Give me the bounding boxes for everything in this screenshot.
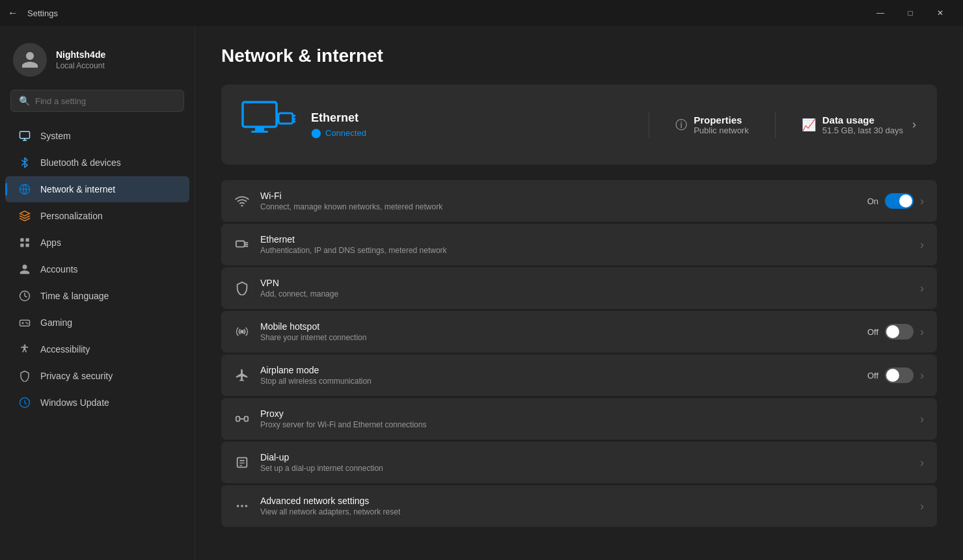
chevron-advanced: › — [920, 500, 924, 513]
svg-rect-4 — [20, 244, 23, 247]
settings-sub-proxy: Proxy server for Wi-Fi and Ethernet conn… — [260, 420, 910, 429]
vpn-icon — [234, 280, 250, 296]
sidebar-item-label: Windows Update — [40, 397, 109, 408]
svg-rect-27 — [236, 241, 245, 247]
settings-sub-hotspot: Share your internet connection — [260, 333, 857, 342]
svg-point-40 — [241, 505, 243, 507]
chevron-hotspot: › — [920, 325, 924, 339]
toggle-airplane[interactable] — [885, 367, 914, 383]
settings-sub-advanced: View all network adapters, network reset — [260, 507, 910, 516]
settings-sub-vpn: Add, connect, manage — [260, 289, 910, 299]
dialup-icon — [234, 455, 250, 470]
props-sub: Public network — [694, 126, 749, 135]
settings-item-airplane[interactable]: Airplane mode Stop all wireless communic… — [221, 354, 937, 396]
proxy-icon — [234, 411, 250, 427]
settings-item-proxy[interactable]: Proxy Proxy server for Wi-Fi and Etherne… — [221, 398, 937, 440]
apps-icon — [18, 236, 31, 249]
settings-item-advanced[interactable]: Advanced network settings View all netwo… — [221, 485, 937, 527]
sidebar-item-label: Personalization — [40, 211, 103, 221]
banner-divider1 — [649, 112, 649, 138]
banner-data-usage[interactable]: 📈 Data usage 51.5 GB, last 30 days › — [802, 114, 919, 135]
data-sub: 51.5 GB, last 30 days — [822, 126, 903, 135]
titlebar-controls: — □ ✕ — [865, 3, 955, 23]
user-icon — [20, 50, 40, 70]
settings-right-hotspot: Off › — [867, 324, 924, 340]
chevron-dialup: › — [920, 456, 924, 470]
ethernet-banner[interactable]: Ethernet ⬤ Connected ⓘ Properties Public… — [221, 85, 937, 165]
sidebar-item-label: Privacy & security — [40, 371, 113, 381]
svg-rect-0 — [20, 131, 30, 139]
search-icon: 🔍 — [19, 96, 30, 106]
props-icon: ⓘ — [675, 117, 687, 133]
data-label: Data usage — [822, 114, 903, 126]
svg-point-39 — [237, 505, 239, 507]
close-button[interactable]: ✕ — [925, 3, 955, 23]
user-profile[interactable]: Nightsh4de Local Account — [0, 33, 195, 90]
sidebar: Nightsh4de Local Account 🔍 System Blueto… — [0, 26, 195, 560]
time-icon — [18, 289, 31, 302]
svg-rect-17 — [278, 113, 293, 124]
props-label: Properties — [694, 114, 749, 126]
banner-properties[interactable]: ⓘ Properties Public network — [675, 114, 749, 135]
settings-item-ethernet[interactable]: Ethernet Authentication, IP and DNS sett… — [221, 224, 937, 265]
system-icon — [18, 129, 31, 142]
ethernet-banner-status: ⬤ Connected — [311, 127, 623, 138]
sidebar-item-gaming[interactable]: Gaming — [5, 310, 189, 336]
svg-rect-14 — [243, 102, 277, 127]
chevron-ethernet: › — [920, 238, 924, 252]
minimize-button[interactable]: — — [865, 3, 895, 23]
settings-item-wifi[interactable]: Wi-Fi Connect, manage known networks, me… — [221, 180, 937, 222]
ethernet-banner-info: Ethernet ⬤ Connected — [311, 111, 623, 138]
sidebar-item-privacy[interactable]: Privacy & security — [5, 363, 189, 389]
settings-item-vpn[interactable]: VPN Add, connect, manage › — [221, 267, 937, 309]
search-input[interactable] — [35, 96, 176, 106]
maximize-button[interactable]: □ — [895, 3, 925, 23]
settings-title-proxy: Proxy — [260, 408, 910, 419]
settings-right-proxy: › — [920, 412, 924, 426]
ethernet-banner-icon — [239, 99, 298, 150]
sidebar-item-apps[interactable]: Apps — [5, 230, 189, 256]
accounts-icon — [18, 263, 31, 276]
settings-right-ethernet: › — [920, 238, 924, 252]
update-icon — [18, 396, 31, 409]
settings-sub-dialup: Set up a dial-up internet connection — [260, 464, 910, 473]
chevron-airplane: › — [920, 369, 924, 382]
svg-rect-33 — [245, 416, 249, 421]
app-container: Nightsh4de Local Account 🔍 System Blueto… — [0, 26, 963, 560]
svg-rect-5 — [26, 244, 29, 247]
sidebar-item-label: Time & language — [40, 291, 109, 301]
avatar — [13, 43, 47, 77]
settings-right-airplane: Off › — [867, 367, 924, 383]
sidebar-item-accounts[interactable]: Accounts — [5, 256, 189, 282]
airplane-icon — [234, 367, 250, 383]
settings-sub-ethernet: Authentication, IP and DNS settings, met… — [260, 246, 910, 255]
settings-title-ethernet: Ethernet — [260, 234, 910, 245]
settings-right-wifi: On › — [867, 193, 924, 209]
toggle-wifi[interactable] — [885, 193, 914, 209]
sidebar-item-system[interactable]: System — [5, 123, 189, 149]
svg-rect-15 — [255, 127, 264, 131]
toggle-hotspot[interactable] — [885, 324, 914, 340]
sidebar-item-personalization[interactable]: Personalization — [5, 203, 189, 229]
hotspot-icon — [234, 324, 250, 340]
svg-rect-2 — [20, 238, 23, 241]
chevron-wifi: › — [920, 194, 924, 208]
sidebar-item-accessibility[interactable]: Accessibility — [5, 336, 189, 362]
back-icon[interactable]: ← — [8, 7, 18, 19]
page-title: Network & internet — [221, 46, 937, 66]
connected-icon: ⬤ — [311, 127, 321, 138]
sidebar-item-network[interactable]: Network & internet — [5, 176, 189, 202]
nav-items: System Bluetooth & devices Network & int… — [0, 123, 195, 416]
search-box[interactable]: 🔍 — [10, 90, 184, 112]
sidebar-item-update[interactable]: Windows Update — [5, 390, 189, 416]
settings-right-advanced: › — [920, 500, 924, 513]
banner-chevron[interactable]: › — [910, 115, 919, 134]
sidebar-item-time[interactable]: Time & language — [5, 283, 189, 309]
settings-item-hotspot[interactable]: Mobile hotspot Share your internet conne… — [221, 311, 937, 353]
settings-item-dialup[interactable]: Dial-up Set up a dial-up internet connec… — [221, 442, 937, 483]
settings-title-advanced: Advanced network settings — [260, 496, 910, 506]
svg-point-31 — [240, 330, 244, 334]
sidebar-item-bluetooth[interactable]: Bluetooth & devices — [5, 150, 189, 176]
svg-rect-16 — [251, 131, 268, 133]
search-container: 🔍 — [0, 90, 195, 122]
